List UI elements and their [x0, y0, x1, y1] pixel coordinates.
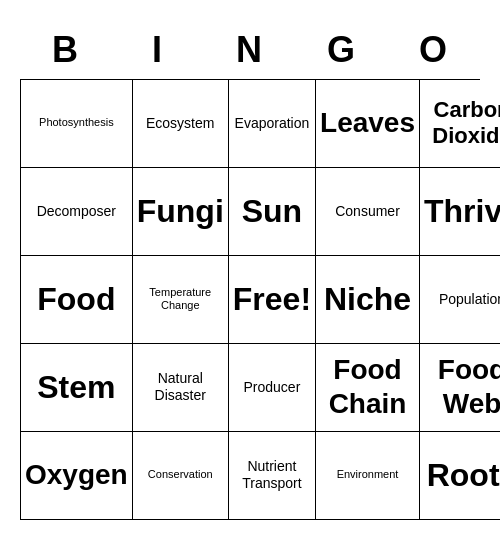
header-letter-b: B [20, 25, 112, 79]
bingo-cell-14: Population [420, 256, 500, 344]
header-letter-n: N [204, 25, 296, 79]
cell-text-14: Population [439, 291, 500, 308]
cell-text-24: Roots [427, 456, 500, 494]
bingo-cell-24: Roots [420, 432, 500, 520]
bingo-cell-0: Photosynthesis [21, 80, 133, 168]
bingo-cell-21: Conservation [133, 432, 229, 520]
cell-text-8: Consumer [335, 203, 400, 220]
cell-text-11: Temperature Change [137, 286, 224, 312]
header-letter-i: I [112, 25, 204, 79]
cell-text-23: Environment [337, 468, 399, 481]
bingo-cell-4: Carbon Dioxide [420, 80, 500, 168]
cell-text-18: Food Chain [320, 353, 415, 420]
bingo-cell-6: Fungi [133, 168, 229, 256]
cell-text-4: Carbon Dioxide [424, 97, 500, 150]
bingo-cell-10: Food [21, 256, 133, 344]
cell-text-7: Sun [242, 192, 302, 230]
bingo-cell-17: Producer [229, 344, 316, 432]
bingo-cell-9: Thrive [420, 168, 500, 256]
cell-text-15: Stem [37, 368, 115, 406]
cell-text-20: Oxygen [25, 458, 128, 492]
bingo-cell-13: Niche [316, 256, 420, 344]
cell-text-13: Niche [324, 280, 411, 318]
cell-text-6: Fungi [137, 192, 224, 230]
bingo-cell-8: Consumer [316, 168, 420, 256]
header-letter-o: O [388, 25, 480, 79]
cell-text-16: Natural Disaster [137, 370, 224, 404]
cell-text-0: Photosynthesis [39, 116, 114, 129]
bingo-cell-1: Ecosystem [133, 80, 229, 168]
bingo-cell-12: Free! [229, 256, 316, 344]
cell-text-2: Evaporation [235, 115, 310, 132]
bingo-header: BINGO [20, 25, 480, 79]
bingo-cell-7: Sun [229, 168, 316, 256]
bingo-cell-23: Environment [316, 432, 420, 520]
bingo-cell-16: Natural Disaster [133, 344, 229, 432]
header-letter-g: G [296, 25, 388, 79]
bingo-cell-2: Evaporation [229, 80, 316, 168]
bingo-cell-11: Temperature Change [133, 256, 229, 344]
bingo-grid: PhotosynthesisEcosystemEvaporationLeaves… [20, 79, 480, 520]
cell-text-21: Conservation [148, 468, 213, 481]
cell-text-17: Producer [244, 379, 301, 396]
cell-text-12: Free! [233, 280, 311, 318]
cell-text-10: Food [37, 280, 115, 318]
cell-text-5: Decomposer [37, 203, 116, 220]
cell-text-19: Food Web [424, 353, 500, 420]
bingo-cell-5: Decomposer [21, 168, 133, 256]
bingo-cell-20: Oxygen [21, 432, 133, 520]
bingo-cell-22: Nutrient Transport [229, 432, 316, 520]
bingo-cell-18: Food Chain [316, 344, 420, 432]
cell-text-9: Thrive [424, 192, 500, 230]
cell-text-22: Nutrient Transport [233, 458, 311, 492]
bingo-card: BINGO PhotosynthesisEcosystemEvaporation… [10, 15, 490, 530]
cell-text-1: Ecosystem [146, 115, 214, 132]
cell-text-3: Leaves [320, 106, 415, 140]
bingo-cell-15: Stem [21, 344, 133, 432]
bingo-cell-19: Food Web [420, 344, 500, 432]
bingo-cell-3: Leaves [316, 80, 420, 168]
